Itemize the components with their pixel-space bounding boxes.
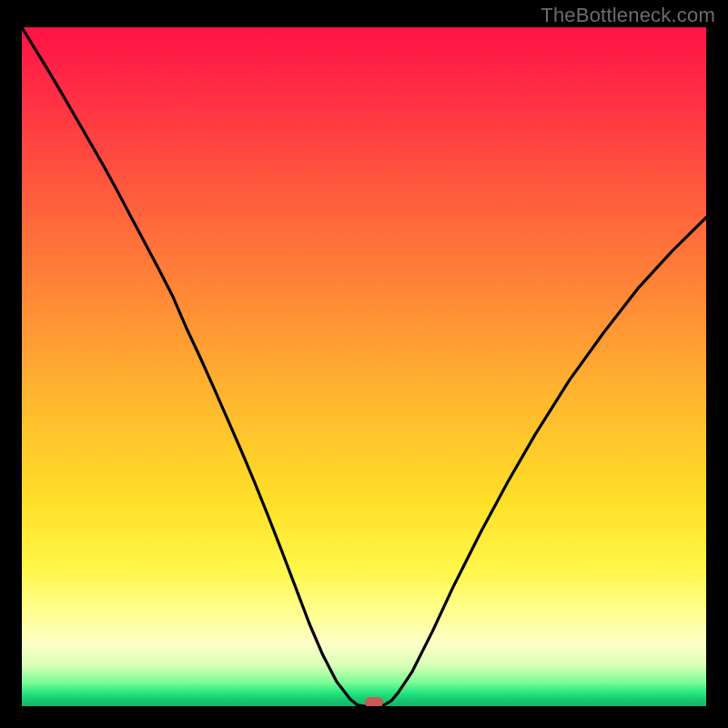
plot-area bbox=[22, 27, 706, 706]
bottleneck-curve bbox=[22, 27, 706, 706]
chart-frame: TheBottleneck.com bbox=[0, 0, 728, 728]
watermark-text: TheBottleneck.com bbox=[541, 4, 715, 27]
minimum-marker bbox=[365, 697, 383, 706]
